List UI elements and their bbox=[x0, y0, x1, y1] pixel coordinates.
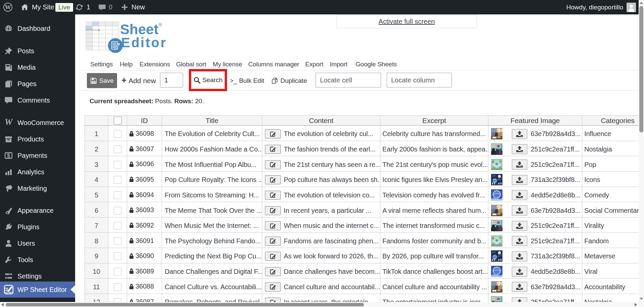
svg-text:W: W bbox=[4, 118, 13, 127]
svg-text:W: W bbox=[5, 4, 11, 11]
svg-text:$: $ bbox=[7, 152, 10, 159]
